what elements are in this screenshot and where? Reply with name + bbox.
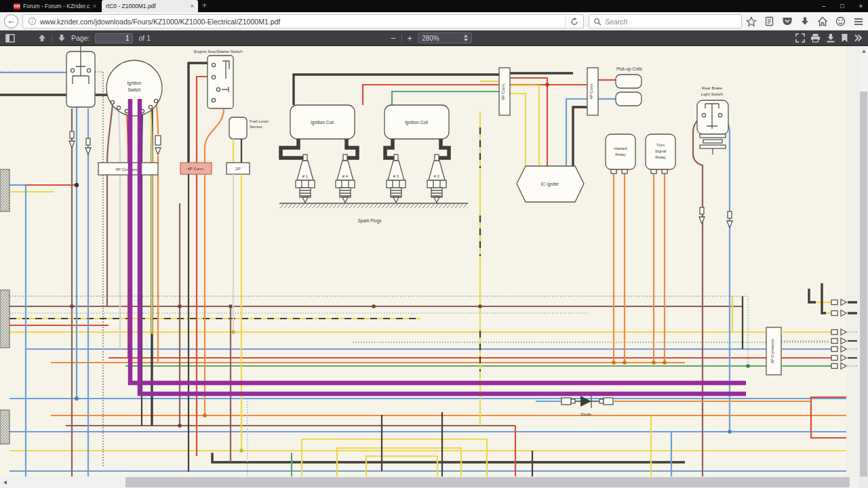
svg-text:# 2: # 2: [434, 174, 440, 178]
toolbar-icons: [746, 15, 864, 28]
url-text[interactable]: www.kzrider.com/jdownloads/Fours/KZ1000/…: [40, 18, 565, 26]
svg-text:# 4: # 4: [342, 174, 349, 178]
horizontal-scrollbar[interactable]: [0, 476, 868, 488]
back-button[interactable]: ←: [4, 14, 18, 28]
next-page-icon[interactable]: [58, 34, 66, 42]
page-total: of 1: [138, 34, 151, 42]
navigation-bar: ← i www.kzrider.com/jdownloads/Fours/KZ1…: [0, 12, 868, 30]
zoom-out-button[interactable]: −: [391, 33, 396, 43]
presentation-mode-icon[interactable]: [795, 33, 805, 43]
pocket-icon[interactable]: [782, 16, 793, 26]
tools-more-icon[interactable]: [854, 34, 863, 42]
home-icon[interactable]: [817, 16, 828, 26]
reading-list-icon[interactable]: [764, 16, 774, 26]
vertical-scrollbar[interactable]: [859, 46, 868, 476]
url-bar[interactable]: i www.kzrider.com/jdownloads/Fours/KZ100…: [22, 14, 584, 28]
two-p-label: 2P: [235, 167, 240, 171]
horizontal-scroll-thumb[interactable]: [125, 477, 850, 487]
new-tab-button[interactable]: +: [202, 1, 207, 10]
scrollbar-corner: [859, 476, 868, 488]
diode-label: Diode: [580, 412, 591, 416]
maximize-button[interactable]: □: [840, 3, 844, 9]
ignition-coil-right: Ignition Coil: [384, 105, 449, 139]
zoom-select[interactable]: 280%: [418, 33, 472, 43]
ignition-coil-label: Ignition Coil: [311, 120, 334, 125]
pickup-coils-label: Pick-up Coils: [616, 66, 643, 72]
search-icon: [593, 18, 601, 26]
tab-pdf-active[interactable]: rtC0 - Z1000M1.pdf ×: [102, 0, 198, 12]
svg-text:Relay: Relay: [615, 152, 625, 157]
svg-text:Signal: Signal: [655, 149, 667, 153]
sidebar-toggle-icon[interactable]: [5, 34, 15, 43]
pdf-viewport[interactable]: Ignition Switch 6P Connector Engine Stop…: [0, 46, 868, 476]
page-label: Page:: [71, 34, 90, 42]
spark-plugs-label: Spark Plugs: [357, 218, 382, 224]
four-p-conn-label: 4P Conn.: [188, 167, 205, 171]
vertical-scroll-thumb[interactable]: [860, 92, 867, 476]
download-pdf-icon[interactable]: [826, 33, 835, 43]
pickup-coil-1: [616, 75, 642, 88]
ic-igniter-label: IC Igniter: [541, 182, 559, 187]
eight-p-conn-label: 8P Conn.: [501, 83, 505, 100]
pdf-toolbar: Page: of 1 − + 280%: [0, 30, 868, 46]
page-info-icon[interactable]: i: [28, 18, 36, 25]
zoom-spinner-icon: [464, 35, 468, 41]
bookmark-star-icon[interactable]: [746, 16, 757, 27]
svg-text:# 1: # 1: [302, 174, 309, 178]
previous-page-icon[interactable]: [38, 34, 46, 42]
page-edge: [846, 46, 859, 476]
feedback-smiley-icon[interactable]: [835, 16, 846, 26]
bookmark-icon[interactable]: [841, 33, 848, 43]
hazard-relay-label: Hazard: [614, 146, 627, 150]
menu-hamburger-icon[interactable]: [853, 17, 864, 26]
window-controls: – □ ×: [822, 0, 863, 12]
svg-text:Relay: Relay: [655, 155, 665, 159]
engine-stop-label: Engine Stop/Starter Switch: [194, 49, 243, 54]
tab-title: rtC0 - Z1000M1.pdf: [106, 3, 188, 9]
tab-title: Forum - Forum - KZrider.c...: [23, 3, 90, 9]
print-icon[interactable]: [810, 33, 821, 43]
svg-text:Switch: Switch: [127, 87, 141, 92]
ignition-coil-label: Ignition Coil: [405, 120, 429, 125]
search-bar[interactable]: [589, 14, 742, 28]
fuel-level-sensor-label: Fuel Level: [250, 119, 269, 123]
turn-signal-relay-label: Turn: [656, 143, 665, 147]
wiring-diagram: Ignition Switch 6P Connector Engine Stop…: [0, 46, 859, 476]
zoom-value: 280%: [422, 35, 464, 42]
rear-brake-label: Rear Brake: [702, 86, 723, 90]
pickup-coil-2: [616, 92, 642, 106]
tab-close-icon[interactable]: ×: [93, 3, 96, 9]
tab-bar: KZR Forum - Forum - KZrider.c... × rtC0 …: [0, 0, 868, 12]
tab-close-icon[interactable]: ×: [191, 3, 194, 9]
reload-icon: [570, 18, 578, 26]
scroll-left-icon[interactable]: [3, 481, 7, 485]
browser-window: KZR Forum - Forum - KZrider.c... × rtC0 …: [0, 0, 868, 488]
close-button[interactable]: ×: [859, 3, 863, 9]
svg-text:Light Switch: Light Switch: [701, 92, 723, 96]
ignition-switch-label: Ignition: [127, 81, 142, 86]
zoom-in-button[interactable]: +: [408, 33, 413, 43]
downloads-icon[interactable]: [800, 16, 810, 26]
scroll-up-icon[interactable]: [862, 49, 866, 53]
minimize-button[interactable]: –: [822, 3, 825, 9]
ground-hatch: [279, 203, 468, 208]
kzrider-favicon-icon: KZR: [14, 3, 20, 9]
search-input[interactable]: [605, 18, 737, 26]
ignition-coil-left: Ignition Coil: [290, 105, 355, 139]
svg-text:Sensor: Sensor: [250, 125, 262, 129]
tab-forum[interactable]: KZR Forum - Forum - KZrider.c... ×: [9, 0, 100, 12]
six-p-connector-right-label: 6P Connector: [770, 339, 774, 364]
page-number-input[interactable]: [95, 33, 133, 43]
four-p-conn-vert-label: 4P Conn: [589, 83, 593, 99]
reload-button[interactable]: [565, 16, 583, 26]
svg-text:# 3: # 3: [393, 174, 399, 178]
